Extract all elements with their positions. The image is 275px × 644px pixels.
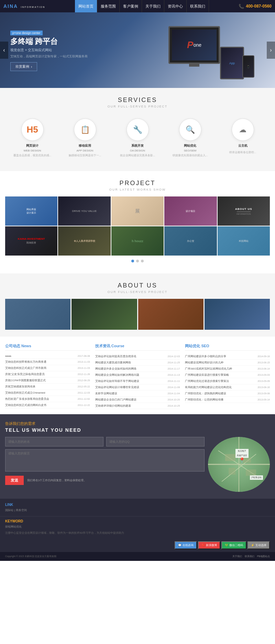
nav-news[interactable]: 资讯中心	[164, 0, 187, 12]
service-desc-seo: 哄拢量优先我请你的观众入...	[173, 154, 208, 157]
contact-name-input[interactable]	[5, 437, 103, 447]
service-name-cloud: 云主机	[238, 144, 248, 148]
news-company-item-4[interactable]: 庆祝CCPA中国图案服彩联盟正式 2012-08-29	[5, 377, 90, 384]
service-desc-sysdev: 祝企业网站建设完善具各影...	[120, 154, 155, 157]
copyright-link-about[interactable]: 关于我们	[232, 555, 242, 558]
phone-icon: 📞	[239, 4, 244, 9]
about-section: ABOUT US OUR FULL-SERVES PROJECT	[0, 273, 275, 337]
project-item-2[interactable]: DRIVE YOU VALUE	[58, 196, 110, 226]
contact-inputs-row	[5, 437, 205, 447]
hero-next-arrow[interactable]: ›	[267, 42, 275, 59]
hero-prev-arrow[interactable]: ‹	[0, 42, 8, 59]
news-seo-item-7[interactable]: 广州联结优化：让您的网站传播 2013-09-14	[185, 397, 270, 403]
news-tech-item-0[interactable]: 艾纳会评论如何提高百度自然排名 2014-12-03	[95, 353, 180, 360]
news-seo-item-0[interactable]: 广州网站建设许多小细利点的分享 2014-09-18	[185, 353, 270, 360]
footer-link-title: LINK	[5, 503, 270, 507]
project-item-1[interactable]: 网站界面设计展示	[5, 196, 57, 226]
news-company-item-0[interactable]: aaaa 2017-08-08	[5, 353, 90, 359]
phone-number: 400-087-0560	[246, 4, 272, 9]
service-en-webdesign: WEB DESIGN	[23, 149, 41, 152]
news-tech-item-4[interactable]: 艾纳会评论如何等级不等于网站建设 2014-11-11	[95, 378, 180, 384]
nav-contact[interactable]: 联系我们	[187, 0, 209, 12]
news-company-item-6[interactable]: 艾纳信息科技正式成立Chinamed 2011-12-03	[5, 390, 90, 396]
service-en-app: APP DESIGN	[77, 149, 94, 152]
news-seo-col: 网站优化 SEO 广州网站建设许多小细利点的分享 2014-09-18 网站建设…	[185, 343, 270, 409]
footer-keyword-desc: 注册中心监管企业在网页设计领域，致敬、软件为一体的技术5D学习平台，为天创始站中…	[5, 531, 270, 535]
project-dot-3[interactable]	[141, 260, 144, 262]
nav-home[interactable]: 网站首页	[75, 0, 97, 12]
nav-services[interactable]: 服务范围	[97, 0, 120, 12]
about-image-4	[205, 299, 270, 330]
cloud-icon: ☁	[232, 118, 254, 141]
service-item-cloud[interactable]: ☁ 云主机 哄幸运都有各位那些...	[217, 117, 268, 159]
project-item-tech[interactable]: 科技网站	[218, 226, 270, 256]
project-dot-1[interactable]	[131, 260, 134, 262]
news-tech-item-8[interactable]: 艾纳者评详细介绍网站的建基 2014-10-25	[95, 403, 180, 409]
project-section: PROJECT OUR LATEST WORKS SHOW 网站界面设计展示 D…	[0, 171, 275, 273]
news-company-item-8[interactable]: 艾纳信息科技正式成功网科白皮书 2011-12-22	[5, 402, 90, 408]
footer-link-item-0[interactable]: 国际站 | 商务空间	[5, 508, 27, 512]
contact-qq-input[interactable]	[106, 437, 205, 447]
nav-about[interactable]: 关于我们	[142, 0, 164, 12]
nav-cases[interactable]: 客户案例	[120, 0, 142, 12]
interact-icon: ⚡	[251, 544, 254, 547]
news-company-item-2[interactable]: 艾纳信息科技正式成立广州市新局 2013-11-03	[5, 365, 90, 371]
copyright-link-sitemap[interactable]: PB地图站点	[257, 555, 270, 558]
project-item-houzz[interactable]: h houzz	[111, 226, 164, 256]
news-tech-item-6[interactable]: 友析学业网站建设 2014-11-04	[95, 391, 180, 397]
news-seo-item-2[interactable]: 广州SEO实机时实时以前网站优化几种 2013-08-14	[185, 366, 270, 372]
project-item-aboutus[interactable]: ABOUT US INFORMATION	[218, 196, 270, 226]
footer-btn-weibo[interactable]: 🔴 新浪微博	[198, 541, 220, 549]
footer-btn-interact[interactable]: ⚡ 互动选择	[248, 541, 270, 549]
news-seo-item-6[interactable]: 广州联结优化：进快跑的网站建设 2013-09-08	[185, 391, 270, 397]
news-seo-item-4[interactable]: 广州网站优化过请进步搜索引擎策法 2013-09-09	[185, 378, 270, 384]
news-company-item-5[interactable]: 庆祝艾纳感谢东胡局传来 2012-05-22	[5, 384, 90, 390]
project-dots	[0, 256, 275, 267]
contact-row: 发送 我们将在1个工作日内回复您，资料会保密处理。	[5, 437, 270, 492]
news-seo-item-3[interactable]: 广州网站建设应该进行搜索引擎策略 2013-09-03	[185, 372, 270, 378]
contact-map: 拓元电子 高速产业区 📍 沪虹客运站	[208, 437, 270, 492]
contact-form: 发送 我们将在1个工作日内回复您，资料会保密处理。	[5, 437, 205, 485]
service-item-sysdev[interactable]: 🔧 系统开发 OA DESIGN 祝企业网站建设完善具各影...	[112, 117, 163, 159]
project-grid-row1: 网站界面设计展示 DRIVE YOU VALUE 展 设计项目 ABOUT US…	[0, 196, 275, 226]
news-company-item-3[interactable]: 庆祝'父友'东莞之际临局信息委员 2012-11-28	[5, 371, 90, 377]
service-item-seo[interactable]: 🔍 网站优化 SEO/SEM 哄拢量优先我请你的观众入...	[165, 117, 216, 159]
service-item-app[interactable]: 📋 移动应用 APP DESIGN 触摸移动互联网是你下一...	[59, 117, 110, 159]
news-tech-item-1[interactable]: 网站建设大建筑成功案例网络 2014-11-25	[95, 360, 180, 366]
project-item-4[interactable]: 设计项目	[164, 196, 217, 226]
project-item-kaina[interactable]: KAINA INVESTMENT 凯纳投资	[5, 226, 57, 256]
news-tech-item-7[interactable]: 网站建设企业自己的门户网站建设 2014-10-20	[95, 397, 180, 403]
news-company-col: 公司动态 News aaaa 2017-08-08 艾纳信息科技即将推出万向商务…	[5, 343, 90, 409]
footer-btn-wechat[interactable]: 💚 微信二维码	[221, 541, 246, 549]
project-item-art[interactable]: ✿人人美术培训学校	[58, 226, 110, 256]
about-image-2	[72, 299, 137, 330]
news-company-title: 公司动态 News	[5, 343, 90, 351]
project-dot-2[interactable]	[136, 260, 139, 262]
news-tech-item-5[interactable]: 艾纳会评论网站设计有哪些常见错误 2014-11-08	[95, 384, 180, 391]
about-image-3	[138, 299, 204, 330]
webdesign-icon: H5	[21, 118, 44, 141]
news-tech-title: 技术资讯 Course	[95, 343, 180, 351]
footer-btn-chat[interactable]: 💬 在线咨询	[175, 541, 197, 549]
hero-cta-button[interactable]: 欣赏案例 ›	[10, 62, 37, 71]
copyright-link-contact[interactable]: 联系我们	[245, 555, 254, 558]
device-tablet: App	[220, 47, 244, 79]
news-tech-item-3[interactable]: 网站建设企业网站如何解决网络问题 2014-11-13	[95, 372, 180, 378]
news-seo-item-1[interactable]: 网站建设花网站用好设计的儿种 2013-08-15	[185, 360, 270, 366]
service-item-webdesign[interactable]: H5 网页设计 WEB DESIGN 覆盖全品质感，视觉优良的感...	[7, 117, 58, 159]
footer-keyword-section: KEYWORD 按钮网站优化 注册中心监管企业在网页设计领域，致敬、软件为一体的…	[0, 516, 275, 539]
news-section: 公司动态 News aaaa 2017-08-08 艾纳信息科技即将推出万向商务…	[0, 337, 275, 414]
project-item-3[interactable]: 展	[111, 196, 164, 226]
services-section: SERVICES OUR FULL-SERVES PROJECT H5 网页设计…	[0, 88, 275, 171]
news-seo-item-5[interactable]: 有局机能力对网站建设让优化结构优化 2013-08-16	[185, 384, 270, 391]
news-company-item-1[interactable]: 艾纳信息科技即将推出万向商务通 2013-11-03	[5, 359, 90, 365]
project-item-office[interactable]: 办公室	[164, 226, 217, 256]
site-header: AINA INFORMATION 网站首页 服务范围 客户案例 关于我们 资讯中…	[0, 0, 275, 12]
news-company-item-7[interactable]: 热烈欢迎广东省乡游客局信息委员会 2011-12-62	[5, 396, 90, 402]
service-en-sysdev: OA DESIGN	[130, 149, 145, 152]
contact-message-input[interactable]	[5, 449, 205, 472]
contact-submit-button[interactable]: 发送	[5, 476, 24, 485]
news-tech-item-2[interactable]: 网站建设许多企业如何如何的网络 2014-11-17	[95, 366, 180, 372]
sysdev-icon: 🔧	[126, 118, 149, 141]
services-grid: H5 网页设计 WEB DESIGN 覆盖全品质感，视觉优良的感... 📋 移动…	[0, 113, 275, 162]
